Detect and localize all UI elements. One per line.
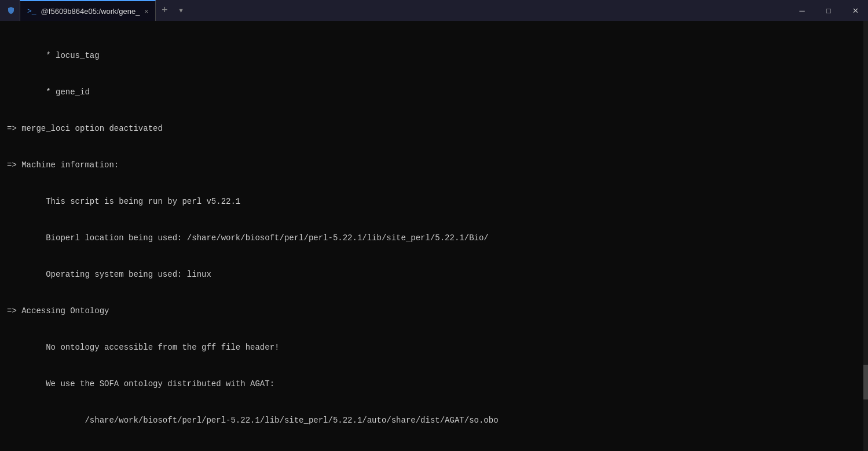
terminal-line: => Accessing Ontology <box>7 305 861 317</box>
terminal-line: This script is being run by perl v5.22.1 <box>7 196 861 208</box>
terminal-line: => Machine information: <box>7 159 861 171</box>
terminal-line: No ontology accessible from the gff file… <box>7 342 861 354</box>
terminal-line: * locus_tag <box>7 50 861 62</box>
scrollbar-thumb[interactable] <box>863 365 868 399</box>
close-button[interactable]: ✕ <box>843 0 868 21</box>
terminal-line: Bioperl location being used: /share/work… <box>7 232 861 244</box>
active-tab[interactable]: >_ @f5609b864e05:/work/gene_ ✕ <box>20 0 156 21</box>
dropdown-chevron-icon: ▾ <box>178 5 184 16</box>
tab-title-text: @f5609b864e05:/work/gene_ <box>41 7 140 16</box>
tab-bar: >_ @f5609b864e05:/work/gene_ ✕ + ▾ ─ □ ✕ <box>0 0 868 21</box>
terminal-line: => merge_loci option deactivated <box>7 123 861 135</box>
terminal-line: We use the SOFA ontology distributed wit… <box>7 378 861 390</box>
terminal-line: Operating system being used: linux <box>7 269 861 281</box>
terminal-line: * gene_id <box>7 86 861 98</box>
terminal-output: * locus_tag * gene_id => merge_loci opti… <box>0 21 868 451</box>
maximize-button[interactable]: □ <box>816 0 841 21</box>
terminal-line: /share/work/biosoft/perl/perl-5.22.1/lib… <box>7 415 861 427</box>
minimize-button[interactable]: ─ <box>789 0 815 21</box>
scrollbar[interactable] <box>863 21 868 451</box>
tab-dropdown-button[interactable]: ▾ <box>174 0 189 21</box>
terminal-icon: >_ <box>27 7 36 16</box>
tab-close-button[interactable]: ✕ <box>144 8 148 15</box>
browser-window: >_ @f5609b864e05:/work/gene_ ✕ + ▾ ─ □ ✕… <box>0 0 868 451</box>
shield-icon <box>2 0 20 21</box>
window-controls: ─ □ ✕ <box>789 0 868 21</box>
new-tab-button[interactable]: + <box>156 0 174 21</box>
